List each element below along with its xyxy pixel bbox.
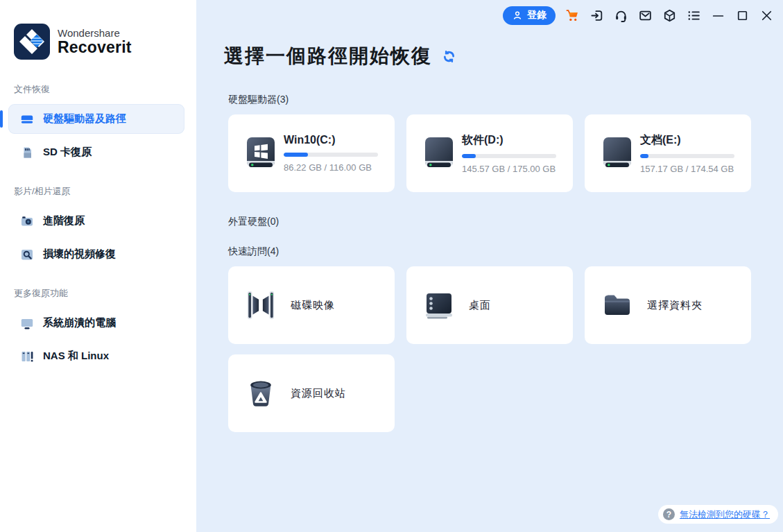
nas-server-icon: [20, 350, 34, 363]
camera-icon: [20, 214, 34, 228]
page-title: 選擇一個路徑開始恢復: [224, 43, 432, 69]
sidebar-item-label: 系統崩潰的電腦: [43, 316, 116, 329]
recoverit-logo-icon: [14, 24, 50, 60]
app-window: Wondershare Recoverit 文件恢復 硬盤驅動器及路徑 SD 卡…: [0, 0, 783, 532]
drive-usage-bar: [284, 153, 378, 157]
sidebar-item-label: SD 卡復原: [43, 146, 92, 159]
sidebar-item-label: 硬盤驅動器及路徑: [43, 112, 126, 126]
quick-card-select-folder[interactable]: 選擇資料夾: [585, 266, 751, 344]
video-repair-icon: [20, 248, 34, 261]
sidebar-item-label: NAS 和 Linux: [43, 350, 109, 363]
section-label-external-drives: 外置硬盤(0): [228, 216, 751, 228]
drive-card-c[interactable]: Win10(C:) 86.22 GB / 116.00 GB: [228, 114, 395, 192]
quick-card-label: 磁碟映像: [291, 299, 335, 312]
nav-section-file-recovery: 文件恢復: [14, 83, 196, 96]
disk-image-icon: [245, 289, 277, 322]
sd-card-icon: [20, 146, 34, 160]
sidebar-nav: 文件恢復 硬盤驅動器及路徑 SD 卡復原 影片/相片還原 進階復原: [0, 83, 196, 371]
support-headset-icon[interactable]: [614, 8, 628, 23]
quick-card-disk-image[interactable]: 磁碟映像: [228, 266, 395, 344]
quick-card-desktop[interactable]: 桌面: [406, 266, 573, 344]
brand-company: Wondershare: [58, 27, 132, 39]
person-icon: [512, 10, 523, 21]
hard-drive-icon: [601, 136, 633, 171]
brand-logo: Wondershare Recoverit: [14, 24, 196, 60]
windows-drive-icon: [245, 136, 277, 171]
quick-card-recycle-bin[interactable]: 資源回收站: [228, 354, 395, 432]
nav-section-more-recovery: 更多復原功能: [14, 287, 196, 300]
desktop-icon: [423, 289, 455, 322]
drive-usage-text: 157.17 GB / 174.54 GB: [640, 164, 734, 174]
sidebar-item-sd-card-recovery[interactable]: SD 卡復原: [8, 137, 184, 167]
maximize-button[interactable]: [735, 8, 750, 23]
quick-access-grid: 磁碟映像 桌面: [228, 266, 751, 432]
folder-icon: [601, 289, 633, 322]
sidebar-item-crashed-computer[interactable]: 系統崩潰的電腦: [8, 308, 184, 338]
help-question-icon: [663, 508, 675, 520]
quick-card-label: 桌面: [469, 299, 491, 312]
recycle-bin-icon: [245, 377, 277, 410]
drive-name: 文档(E:): [640, 133, 734, 148]
help-link-text: 無法檢測到您的硬碟？: [680, 508, 770, 521]
sidebar: Wondershare Recoverit 文件恢復 硬盤驅動器及路徑 SD 卡…: [0, 0, 196, 532]
sidebar-item-label: 進階復原: [43, 214, 85, 228]
drive-name: 软件(D:): [462, 133, 556, 148]
quick-card-label: 選擇資料夾: [647, 299, 703, 312]
drive-usage-text: 86.22 GB / 116.00 GB: [284, 162, 378, 173]
brand-product: Recoverit: [58, 39, 132, 56]
minimize-button[interactable]: [711, 8, 725, 23]
hard-drive-icon: [423, 136, 455, 171]
menu-list-icon[interactable]: [687, 8, 701, 23]
quick-card-label: 資源回收站: [291, 387, 346, 400]
sidebar-item-nas-and-linux[interactable]: NAS 和 Linux: [8, 341, 184, 371]
drive-card-d[interactable]: 软件(D:) 145.57 GB / 175.00 GB: [406, 114, 573, 192]
sidebar-item-enhanced-recovery[interactable]: 進階復原: [8, 206, 184, 236]
section-label-hard-drives: 硬盤驅動器(3): [228, 94, 751, 106]
mail-icon[interactable]: [638, 8, 653, 23]
drive-not-detected-help[interactable]: 無法檢測到您的硬碟？: [658, 505, 778, 524]
refresh-icon[interactable]: [442, 49, 456, 64]
drive-usage-bar: [640, 154, 734, 158]
login-label: 登錄: [527, 9, 547, 22]
drive-usage-text: 145.57 GB / 175.00 GB: [462, 164, 556, 174]
sign-in-icon[interactable]: [590, 8, 604, 23]
drive-usage-bar: [462, 154, 556, 158]
login-button[interactable]: 登錄: [503, 6, 556, 25]
hard-drive-icon: [20, 112, 34, 126]
section-label-quick-access: 快速訪問(4): [228, 246, 751, 258]
drive-card-e[interactable]: 文档(E:) 157.17 GB / 174.54 GB: [585, 114, 751, 192]
close-button[interactable]: [759, 8, 774, 23]
sidebar-item-corrupted-video-repair[interactable]: 損壞的視頻修復: [8, 239, 184, 269]
topbar: 登錄: [196, 0, 783, 26]
sidebar-item-hard-drives-and-paths[interactable]: 硬盤驅動器及路徑: [8, 104, 184, 134]
drive-name: Win10(C:): [284, 134, 378, 146]
drive-card-grid: Win10(C:) 86.22 GB / 116.00 GB: [228, 114, 751, 192]
package-cube-icon[interactable]: [662, 8, 677, 23]
main-panel: 登錄: [196, 0, 783, 532]
sidebar-item-label: 損壞的視頻修復: [43, 248, 116, 261]
computer-icon: [20, 316, 34, 330]
cart-icon[interactable]: [565, 8, 580, 23]
nav-section-photo-video-recovery: 影片/相片還原: [14, 185, 196, 198]
